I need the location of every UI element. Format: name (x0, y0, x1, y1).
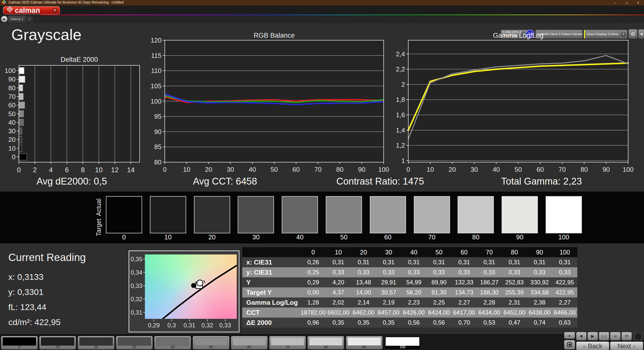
stop-button[interactable]: ■ (576, 332, 587, 340)
minimize-button[interactable]: – (609, 0, 621, 6)
svg-text:70: 70 (8, 93, 16, 100)
table-cell-3-7: 188,30 (477, 287, 502, 297)
logo-row: calman ▼ (0, 6, 644, 15)
pattern-label-50: 50 (193, 345, 229, 349)
continuous-measure-button[interactable]: ∞ (610, 332, 621, 340)
svg-text:20: 20 (449, 166, 456, 173)
svg-text:10: 10 (427, 166, 434, 173)
tab-history-1[interactable]: History 1 (8, 16, 26, 23)
maximize-button[interactable]: □ (621, 0, 632, 6)
svg-text:60: 60 (8, 101, 16, 109)
swatch-label-90: 90 (502, 233, 538, 241)
table-cell-3-5: 91,30 (426, 287, 452, 297)
table-cell-5-2: 6462,00 (351, 308, 376, 318)
measure-range-button[interactable]: [··] (599, 332, 609, 340)
pattern-window-up-button[interactable]: ▲ (564, 332, 575, 339)
table-header-40: 40 (401, 247, 426, 257)
table-cell-2-0: 0,29 (301, 277, 326, 287)
table-row-label: y: CIE31 (242, 267, 301, 277)
pattern-button-60[interactable]: 60 (231, 336, 268, 349)
table-cell-6-6: 0,70 (452, 318, 477, 328)
svg-text:95: 95 (154, 113, 162, 120)
pattern-button-80[interactable]: 80 (307, 336, 344, 349)
pattern-swatch-70 (271, 337, 304, 346)
svg-text:1,8: 1,8 (396, 96, 405, 103)
table-header-20: 20 (351, 247, 376, 257)
table-cell-4-3: 2,19 (376, 297, 401, 308)
table-header-60: 60 (452, 247, 477, 257)
table-cell-0-4: 0,31 (401, 257, 426, 267)
pattern-window-button[interactable] (564, 340, 575, 349)
svg-text:30: 30 (471, 166, 478, 173)
swatch-100 (546, 196, 582, 233)
pattern-button-30[interactable]: 30 (116, 336, 153, 349)
next-button[interactable]: Next » (610, 341, 643, 350)
pattern-swatch-30 (117, 337, 151, 346)
swatch-10 (150, 196, 186, 233)
table-cell-0-2: 0,31 (351, 257, 376, 267)
table-header-80: 80 (502, 247, 527, 257)
stat-total-gamma: Total Gamma: 2,23 (501, 176, 582, 187)
close-button[interactable]: × (632, 0, 644, 6)
table-cell-3-4: 56,20 (401, 287, 426, 297)
pattern-button-20[interactable]: 20 (78, 336, 114, 349)
svg-text:6: 6 (65, 166, 69, 174)
pattern-label-90: 90 (346, 345, 382, 349)
table-cell-5-4: 6426,00 (401, 308, 426, 318)
tab-scroll-button[interactable]: ▶ (1, 16, 8, 22)
pattern-swatch-80 (309, 337, 343, 346)
swatch-90 (502, 196, 538, 233)
table-header-90: 90 (527, 247, 552, 257)
svg-text:Gamma Log/Log: Gamma Log/Log (493, 33, 543, 39)
target-row-label: Target (95, 217, 102, 237)
table-cell-4-7: 2,28 (477, 297, 502, 308)
calman-menu-button[interactable]: calman ▼ (3, 6, 60, 14)
swatch-0 (106, 196, 142, 233)
table-cell-6-10: 0,63 (552, 318, 577, 328)
cie-y-tick-0,31: 0,31 (130, 309, 142, 316)
pattern-button-90[interactable]: 90 (346, 336, 383, 349)
swatch-70 (414, 196, 450, 233)
pattern-button-strip: 0102030405060708090100 ▲ ■▶[··]∞⟳ « Back… (0, 334, 644, 350)
table-cell-5-5: 6424,00 (426, 308, 452, 318)
play-button[interactable]: ▶ (587, 332, 598, 340)
cie-y-tick-0,33: 0,33 (130, 282, 142, 289)
pattern-label-0: 0 (1, 345, 37, 349)
svg-text:2: 2 (401, 81, 405, 88)
table-cell-2-1: 4,20 (326, 277, 351, 287)
table-cell-0-8: 0,31 (502, 257, 527, 267)
pattern-button-50[interactable]: 50 (193, 336, 229, 349)
pattern-button-70[interactable]: 70 (269, 336, 306, 349)
stat-avg-de2000: Avg dE2000: 0,5 (36, 176, 107, 187)
pattern-button-10[interactable]: 10 (39, 336, 76, 349)
pattern-button-100[interactable]: 100 (384, 336, 421, 349)
deltae-2000-chart: DeltaE 200002468101214010203040506070809… (4, 57, 145, 176)
back-button[interactable]: « Back (576, 341, 609, 350)
add-tab-button[interactable]: + (26, 16, 33, 22)
cie-x-tick-0,33: 0,33 (216, 322, 234, 329)
swatch-label-70: 70 (414, 233, 450, 241)
cie-chromaticity-panel: 0,350,340,330,320,310,290,30,310,320,33 (129, 250, 239, 332)
svg-text:30: 30 (8, 127, 16, 135)
refresh-button[interactable]: ⟳ (621, 332, 632, 340)
table-cell-1-10: 0,33 (552, 267, 577, 277)
table-cell-4-8: 2,31 (502, 297, 527, 308)
table-cell-5-8: 6452,00 (502, 308, 527, 318)
svg-text:80: 80 (154, 158, 162, 166)
svg-text:RGB Balance: RGB Balance (254, 33, 295, 39)
pattern-label-60: 60 (231, 345, 267, 349)
swatch-60 (370, 196, 406, 233)
table-cell-4-6: 2,27 (452, 297, 477, 308)
pattern-button-0[interactable]: 0 (1, 336, 38, 349)
svg-text:50: 50 (271, 166, 278, 173)
stat-avg-cct: Avg CCT: 6458 (193, 176, 257, 187)
pattern-button-40[interactable]: 40 (154, 336, 191, 349)
svg-text:70: 70 (314, 166, 322, 173)
table-cell-2-5: 89,90 (426, 277, 452, 287)
svg-text:2,4: 2,4 (396, 50, 405, 58)
table-cell-5-10: 6466,00 (552, 308, 577, 318)
svg-text:14: 14 (127, 166, 135, 174)
pattern-swatch-60 (232, 337, 266, 346)
table-cell-6-7: 0,53 (477, 318, 502, 328)
reading-fl: fL: 123,44 (8, 302, 46, 312)
